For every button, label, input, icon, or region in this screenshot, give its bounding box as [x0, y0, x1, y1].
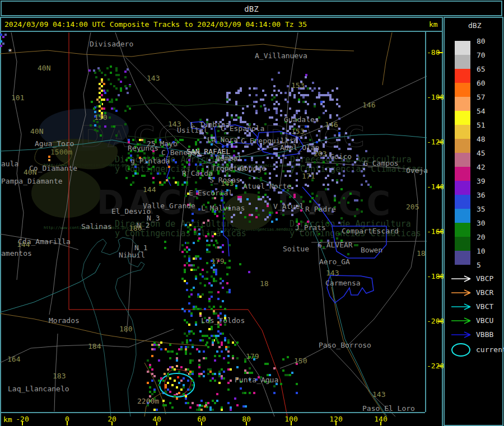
vbcu-arrow-icon	[451, 318, 470, 324]
current-ellipse-icon	[452, 344, 470, 356]
legend-label: VBBB	[476, 330, 493, 339]
vbct-arrow-icon	[451, 304, 470, 310]
legend-label: VBCT	[476, 302, 493, 311]
legend-label: VBCP	[476, 274, 493, 283]
legend-label: VBCU	[476, 316, 493, 325]
vbcr-arrow-icon	[451, 290, 470, 296]
vbcp-arrow-icon	[451, 276, 470, 282]
vbbb-arrow-icon	[451, 332, 470, 338]
legend-arrows-layer	[0, 0, 504, 426]
radar-app-window: dBZ 2024/03/09 04:14:00 UTC Composite Tr…	[0, 0, 504, 426]
legend-label-current: current	[476, 345, 504, 354]
legend-label: VBCR	[476, 288, 493, 297]
